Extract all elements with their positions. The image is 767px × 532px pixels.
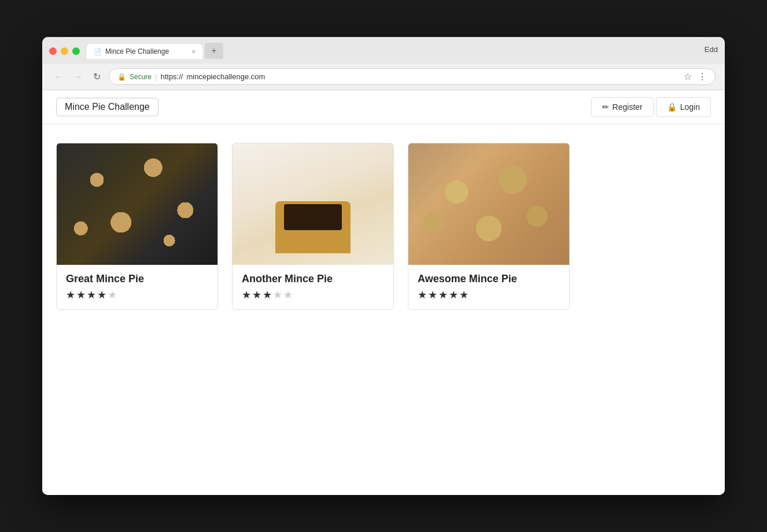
active-tab[interactable]: 📄 Mince Pie Challenge × [87,44,202,59]
forward-button[interactable]: → [71,71,85,83]
site-nav: Mince Pie Challenge ✏ Register 🔒 Login [42,90,725,124]
pencil-icon: ✏ [602,102,609,112]
title-bar: 📄 Mince Pie Challenge × + Edd [42,37,725,64]
close-button[interactable] [49,47,57,55]
card-item[interactable]: Awesome Mince Pie★★★★★ [408,143,570,310]
tab-close-button[interactable]: × [192,48,196,55]
bookmark-button[interactable]: ☆ [684,71,692,82]
card-stars: ★★★★★ [418,289,560,301]
star-icon: ★ [66,289,75,301]
url-separator: | [155,72,157,81]
card-title: Great Mince Pie [66,273,208,285]
card-stars: ★★★★★ [66,289,208,301]
new-tab-button[interactable]: + [205,43,223,59]
star-icon: ★ [459,289,469,301]
star-icon: ★ [76,289,86,301]
card-stars: ★★★★★ [242,289,384,301]
traffic-lights [49,47,80,55]
user-label: Edd [705,45,718,57]
url-bar[interactable]: 🔒 Secure | https://mincepiechallenge.com… [109,68,716,85]
secure-lock-icon: 🔒 [117,73,126,81]
page-content: Mince Pie Challenge ✏ Register 🔒 Login G… [42,90,725,495]
star-icon: ★ [108,289,117,301]
card-image [408,143,569,265]
star-icon: ★ [428,289,437,301]
login-button[interactable]: 🔒 Login [656,97,711,117]
card-title: Another Mince Pie [242,273,384,285]
star-icon: ★ [283,289,293,301]
star-icon: ★ [87,289,96,301]
url-protocol: https:// [160,72,183,81]
browser-window: 📄 Mince Pie Challenge × + Edd ← → ↻ 🔒 Se… [42,37,725,495]
tab-title: Mince Pie Challenge [105,47,169,56]
star-icon: ★ [418,289,427,301]
login-label: Login [680,102,700,112]
star-icon: ★ [252,289,261,301]
back-button[interactable]: ← [51,71,65,83]
secure-label: Secure [130,73,152,81]
card-item[interactable]: Another Mince Pie★★★★★ [232,143,394,310]
star-icon: ★ [242,289,251,301]
card-image [233,143,393,265]
star-icon: ★ [273,289,282,301]
address-bar: ← → ↻ 🔒 Secure | https://mincepiechallen… [42,64,725,90]
url-host: mincepiechallenge.com [186,72,265,81]
cards-grid: Great Mince Pie★★★★★Another Mince Pie★★★… [42,124,725,328]
register-button[interactable]: ✏ Register [591,97,654,117]
menu-button[interactable]: ⋮ [698,71,707,82]
lock-icon: 🔒 [667,102,677,112]
maximize-button[interactable] [72,47,80,55]
refresh-button[interactable]: ↻ [91,70,103,83]
card-item[interactable]: Great Mince Pie★★★★★ [56,143,218,310]
star-icon: ★ [97,289,106,301]
star-icon: ★ [263,289,272,301]
minimize-button[interactable] [61,47,68,55]
card-image [57,143,217,265]
star-icon: ★ [438,289,448,301]
register-label: Register [613,102,643,112]
tab-favicon-icon: 📄 [94,48,102,56]
nav-actions: ✏ Register 🔒 Login [591,97,711,117]
star-icon: ★ [449,289,458,301]
site-brand[interactable]: Mince Pie Challenge [56,98,158,116]
card-title: Awesome Mince Pie [418,273,560,285]
tabs-row: 📄 Mince Pie Challenge × + [87,43,705,59]
